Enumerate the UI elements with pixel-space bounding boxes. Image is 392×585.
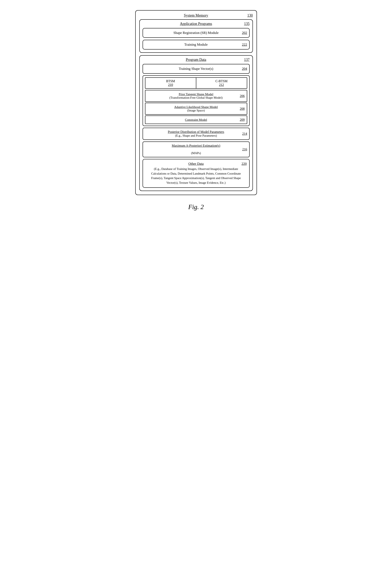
training-module-ref: 222 <box>242 43 247 47</box>
other-data-title: Other Data <box>146 162 246 166</box>
shape-models-group: BTSM 210 C-BTSM 212 Prior Tangent Shape … <box>142 75 250 126</box>
map-estimation-label: Maximum A-Posteriori Estimation(s) <box>146 144 247 148</box>
prior-tangent-ref: 206 <box>240 94 245 98</box>
training-module-label: Training Module <box>184 43 208 47</box>
other-data-box: 220 Other Data (E.g., Database of Traini… <box>142 159 250 188</box>
app-programs-ref: 135 <box>244 22 250 26</box>
cbtsm-ref: 212 <box>199 83 244 87</box>
shape-registration-ref: 202 <box>242 31 247 35</box>
figure-caption: Fig. 2 <box>135 203 257 211</box>
program-data-box: Program Data 137 Training Shape Vector(s… <box>139 55 253 191</box>
other-data-ref: 220 <box>242 162 247 166</box>
program-data-header: Program Data 137 <box>142 58 250 62</box>
prior-tangent-label: Prior Tangent Shape Model <box>169 92 222 96</box>
btsm-row: BTSM 210 C-BTSM 212 <box>145 77 247 89</box>
shape-registration-box: Shape Registration (SR) Module 202 <box>142 28 250 38</box>
adaptive-likelihood-label: Adaptive Likelihood Shape Model <box>174 105 218 109</box>
prior-tangent-box: Prior Tangent Shape Model (Transformatio… <box>145 90 247 102</box>
page: System Memory 130 Application Programs 1… <box>129 4 263 223</box>
system-memory-ref: 130 <box>248 14 253 18</box>
cbtsm-label: C-BTSM <box>199 79 244 83</box>
posterior-dist-box: Posterior Distribution of Model Paramete… <box>142 128 250 140</box>
map-estimation-ref: 216 <box>242 148 247 151</box>
training-shape-vector-ref: 204 <box>242 67 247 71</box>
map-estimation-sub: (MAPs) <box>191 151 201 155</box>
constraint-model-ref: 209 <box>240 118 245 122</box>
btsm-ref: 210 <box>148 83 193 87</box>
training-shape-vector-label: Training Shape Vector(s) <box>179 67 213 71</box>
system-memory-box: System Memory 130 Application Programs 1… <box>135 10 257 195</box>
cbtsm-cell: C-BTSM 212 <box>196 77 247 89</box>
shape-registration-label: Shape Registration (SR) Module <box>174 31 218 35</box>
app-programs-header: Application Programs 135 <box>142 22 250 26</box>
map-estimation-box: Maximum A-Posteriori Estimation(s) (MAPs… <box>142 141 250 157</box>
btsm-label: BTSM <box>148 79 193 83</box>
program-data-ref: 137 <box>244 58 250 62</box>
posterior-dist-sub: (E.g., Shape and Pose Parameters) <box>175 134 217 137</box>
program-data-title: Program Data <box>186 58 206 62</box>
system-memory-header: System Memory 130 <box>139 14 253 18</box>
adaptive-likelihood-box: Adaptive Likelihood Shape Model (Image S… <box>145 103 247 115</box>
application-programs-box: Application Programs 135 Shape Registrat… <box>139 19 253 53</box>
posterior-dist-ref: 214 <box>242 132 247 136</box>
system-memory-title: System Memory <box>184 14 208 18</box>
other-data-body: (E.g., Database of Training Images, Obse… <box>146 167 246 185</box>
btsm-cell: BTSM 210 <box>145 77 196 89</box>
adaptive-likelihood-sub: (Image Space) <box>174 109 218 112</box>
posterior-dist-label: Posterior Distribution of Model Paramete… <box>146 130 247 134</box>
constraint-model-box: Constraint Model 209 <box>145 116 247 124</box>
constraint-model-label: Constraint Model <box>148 118 244 122</box>
adaptive-likelihood-ref: 208 <box>240 107 245 111</box>
app-programs-title: Application Programs <box>180 22 212 26</box>
training-module-box: Training Module 222 <box>142 40 250 50</box>
training-shape-vector-box: Training Shape Vector(s) 204 <box>142 64 250 74</box>
prior-tangent-sub: (Transformation-Free Global Shape Model) <box>169 96 222 100</box>
